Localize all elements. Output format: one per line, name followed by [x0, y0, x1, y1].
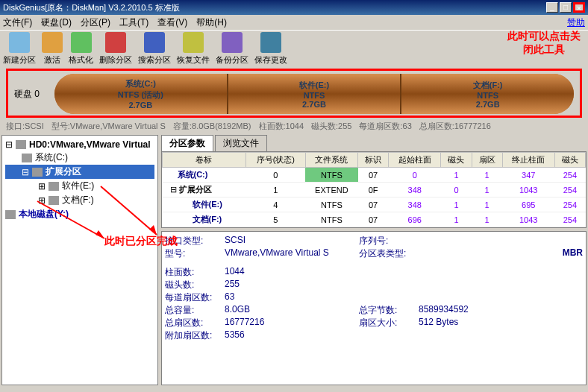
menu-tools[interactable]: 工具(T)	[119, 16, 148, 29]
disk-info-line: 接口:SCSI 型号:VMware,VMware Virtual S 容量:8.…	[0, 119, 588, 133]
delete-icon	[105, 32, 126, 53]
folder-icon	[32, 168, 43, 177]
watermark: 系统之家 XITONGZHIJIA.NET	[478, 355, 581, 385]
col-ecyl[interactable]: 终止柱面	[502, 153, 554, 168]
save-icon	[260, 32, 281, 53]
col-ssec[interactable]: 扇区	[472, 153, 502, 168]
menu-partition[interactable]: 分区(P)	[81, 16, 110, 29]
disk-bar[interactable]: 系统(C:) NTFS (活动) 2.7GB 软件(E:) NTFS 2.7GB…	[54, 74, 574, 114]
annotation-close-hint: 此时可以点击关 闭此工具	[507, 30, 581, 57]
tb-format[interactable]: 格式化	[69, 32, 93, 66]
tab-params[interactable]: 分区参数	[161, 135, 213, 151]
disk-icon	[16, 140, 26, 149]
table-row[interactable]: 文档(F:)5NTFS07696111043254	[163, 212, 586, 227]
tree-pane[interactable]: ⊟HD0:VMware,VMware Virtual 系统(C:) ⊟扩展分区 …	[1, 135, 158, 385]
backup-icon	[222, 32, 243, 53]
tree-root[interactable]: ⊟HD0:VMware,VMware Virtual	[5, 139, 154, 151]
drive-icon	[22, 154, 32, 162]
tb-activate[interactable]: 激活	[42, 32, 63, 66]
tb-recover[interactable]: 恢复文件	[177, 32, 210, 66]
menu-view[interactable]: 查看(V)	[157, 16, 187, 29]
table-row[interactable]: 软件(E:)4NTFS0734811695254	[163, 197, 586, 212]
table-row[interactable]: ⊟ 扩展分区1EXTEND0F348011043254	[163, 183, 586, 197]
disk-label: 硬盘 0	[14, 88, 51, 101]
activate-icon	[42, 32, 63, 53]
window-title: DiskGenius[原名：DiskMan] V3.2.2010.5 标准版	[3, 2, 546, 13]
recover-icon	[183, 32, 204, 53]
table-row[interactable]: 系统(C:)0NTFS07011347254	[163, 168, 586, 183]
col-fs[interactable]: 文件系统	[305, 153, 357, 168]
menu-bar: 文件(F) 硬盘(D) 分区(P) 工具(T) 查看(V) 帮助(H) 赞助	[0, 15, 588, 30]
tb-new-partition[interactable]: 新建分区	[3, 32, 36, 66]
tree-item-extend[interactable]: ⊟扩展分区	[5, 165, 154, 179]
partition-f[interactable]: 文档(F:) NTFS 2.7GB	[401, 74, 574, 114]
sponsor-link[interactable]: 赞助	[567, 16, 585, 29]
col-shead[interactable]: 磁头	[441, 153, 472, 168]
drive-icon	[5, 210, 16, 219]
search-icon	[144, 32, 165, 53]
col-scyl[interactable]: 起始柱面	[389, 153, 441, 168]
minimize-button[interactable]: _	[546, 2, 558, 13]
house-icon	[478, 355, 508, 385]
tree-item-f[interactable]: ⊞文档(F:)	[5, 193, 154, 207]
partition-c[interactable]: 系统(C:) NTFS (活动) 2.7GB	[54, 74, 228, 114]
close-button[interactable]: ×	[573, 2, 585, 13]
tree-item-e[interactable]: ⊞软件(E:)	[5, 179, 154, 193]
tab-browse[interactable]: 浏览文件	[215, 135, 267, 151]
new-partition-icon	[9, 32, 30, 53]
tree-item-c[interactable]: 系统(C:)	[5, 151, 154, 165]
menu-disk[interactable]: 硬盘(D)	[41, 16, 72, 29]
annotation-done-hint: 此时已分区完成	[104, 235, 178, 248]
maximize-button[interactable]: □	[560, 2, 572, 13]
title-bar: DiskGenius[原名：DiskMan] V3.2.2010.5 标准版 _…	[0, 0, 588, 15]
format-icon	[71, 32, 92, 53]
menu-file[interactable]: 文件(F)	[3, 16, 32, 29]
svg-marker-4	[480, 358, 507, 382]
tb-backup[interactable]: 备份分区	[216, 32, 248, 66]
col-flag[interactable]: 标识	[358, 153, 389, 168]
partition-e[interactable]: 软件(E:) NTFS 2.7GB	[228, 74, 402, 114]
col-ehead[interactable]: 磁头	[554, 153, 585, 168]
drive-icon	[49, 182, 59, 191]
partition-table: 卷标 序号(状态) 文件系统 标识 起始柱面 磁头 扇区 终止柱面 磁头 系统(…	[161, 151, 587, 228]
col-label[interactable]: 卷标	[163, 153, 246, 168]
toolbar: 新建分区 激活 格式化 删除分区 搜索分区 恢复文件 备份分区 保存更改	[0, 30, 588, 67]
tb-save[interactable]: 保存更改	[254, 32, 287, 66]
tb-delete[interactable]: 删除分区	[99, 32, 132, 66]
col-index[interactable]: 序号(状态)	[245, 153, 305, 168]
tb-search[interactable]: 搜索分区	[138, 32, 171, 66]
tree-item-local[interactable]: 本地磁盘(Y:)	[5, 207, 154, 221]
menu-help[interactable]: 帮助(H)	[196, 16, 227, 29]
drive-icon	[49, 196, 59, 205]
